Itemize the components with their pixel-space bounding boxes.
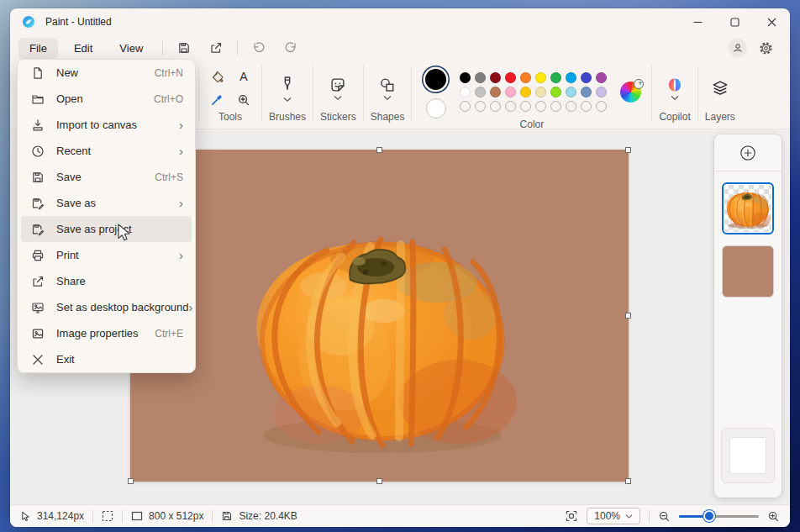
stickers-group: Stickers <box>313 61 363 129</box>
shortcut-label: Ctrl+E <box>155 328 183 340</box>
color-swatch[interactable] <box>535 87 546 97</box>
fill-bucket-tool[interactable] <box>206 66 228 87</box>
color-swatch[interactable] <box>505 72 516 83</box>
color-swatch[interactable] <box>490 72 501 83</box>
minimize-button[interactable] <box>679 8 716 35</box>
menu-edit[interactable]: Edit <box>63 38 103 59</box>
canvas-resize-handle-bottom[interactable] <box>376 478 382 484</box>
shapes-group: Shapes <box>364 61 412 129</box>
color-swatch[interactable] <box>596 87 607 97</box>
zoom-level-value: 100% <box>594 510 620 522</box>
empty-color-slot[interactable] <box>550 101 561 112</box>
magnifier-tool[interactable] <box>233 89 255 111</box>
submenu-arrow-icon: › <box>179 145 183 157</box>
color-swatch[interactable] <box>460 72 471 83</box>
empty-color-slot[interactable] <box>460 101 471 112</box>
status-bar: 314,124px 800 x 512px Size: 20.4KB <box>10 504 790 527</box>
image-properties-icon <box>31 327 45 340</box>
zoom-out-icon[interactable] <box>658 510 671 523</box>
menu-item-share[interactable]: Share <box>21 268 192 294</box>
stickers-button[interactable] <box>329 76 346 100</box>
layer-thumbnail-pumpkin[interactable] <box>722 182 774 234</box>
copilot-button[interactable] <box>666 76 683 100</box>
zoom-slider[interactable] <box>679 510 759 522</box>
menu-item-import-to-canvas[interactable]: Import to canvas › <box>21 112 192 138</box>
empty-color-slot[interactable] <box>475 101 486 112</box>
stickers-label: Stickers <box>320 111 356 125</box>
color-swatch[interactable] <box>460 87 471 97</box>
canvas-resize-handle-bottom-right[interactable] <box>625 478 631 484</box>
empty-color-slot[interactable] <box>581 101 592 112</box>
menu-item-exit[interactable]: Exit <box>21 346 192 372</box>
canvas-size-icon <box>131 510 143 522</box>
edit-colors-wheel-icon[interactable]: + <box>620 82 641 103</box>
color-swatch[interactable] <box>581 87 592 97</box>
zoom-level-dropdown[interactable]: 100% <box>587 508 640 524</box>
menu-item-image-properties[interactable]: Image properties Ctrl+E <box>21 320 192 346</box>
color-swatch[interactable] <box>520 87 531 97</box>
menu-item-save[interactable]: Save Ctrl+S <box>21 164 192 190</box>
menu-item-recent[interactable]: Recent › <box>21 138 192 164</box>
layer-thumbnail-background-color[interactable] <box>722 245 774 298</box>
secondary-color-swatch[interactable] <box>426 98 446 119</box>
zoom-slider-thumb[interactable] <box>703 510 715 522</box>
canvas-resize-handle-top-right[interactable] <box>625 147 631 153</box>
settings-gear-icon[interactable] <box>759 41 773 55</box>
menu-item-save-as-project[interactable]: Save as project <box>21 216 192 242</box>
menu-item-save-as[interactable]: Save as › <box>21 190 192 216</box>
share-icon[interactable] <box>203 38 229 58</box>
title-bar[interactable]: Paint - Untitled <box>10 8 790 35</box>
color-swatch[interactable] <box>535 72 546 83</box>
window-title: Paint - Untitled <box>45 16 112 28</box>
maximize-button[interactable] <box>716 8 753 35</box>
empty-color-slot[interactable] <box>535 101 546 112</box>
add-layer-button[interactable] <box>739 144 757 162</box>
empty-color-slot[interactable] <box>596 101 607 112</box>
eyedropper-tool[interactable] <box>206 89 228 111</box>
color-swatch[interactable] <box>596 72 607 83</box>
copilot-group: Copilot <box>652 61 697 129</box>
color-swatch[interactable] <box>566 87 576 97</box>
shapes-button[interactable] <box>379 76 396 100</box>
menu-file[interactable]: File <box>18 38 58 59</box>
color-swatch[interactable] <box>520 72 531 83</box>
save-as-project-icon <box>31 223 45 236</box>
shortcut-label: Ctrl+S <box>155 171 183 183</box>
canvas-resize-handle-bottom-left[interactable] <box>128 478 134 484</box>
color-swatch[interactable] <box>550 87 561 97</box>
close-button[interactable] <box>753 8 790 35</box>
color-swatch[interactable] <box>505 87 516 97</box>
canvas-resize-handle-top[interactable] <box>376 147 382 153</box>
zoom-in-icon[interactable] <box>767 510 780 523</box>
color-swatch[interactable] <box>581 72 592 83</box>
empty-color-slot[interactable] <box>566 101 576 112</box>
menu-item-new[interactable]: New Ctrl+N <box>21 60 192 86</box>
color-swatch[interactable] <box>475 72 486 83</box>
color-swatch[interactable] <box>550 72 561 83</box>
undo-icon[interactable] <box>246 38 271 58</box>
empty-color-slot[interactable] <box>520 101 531 112</box>
drawing-canvas[interactable] <box>130 150 629 482</box>
save-icon[interactable] <box>171 38 197 58</box>
empty-color-slot[interactable] <box>490 101 501 112</box>
shortcut-label: Ctrl+N <box>155 67 183 79</box>
layers-panel <box>714 134 782 498</box>
text-tool[interactable]: A <box>233 66 255 87</box>
layers-button[interactable] <box>711 79 729 97</box>
brushes-button[interactable] <box>280 75 295 102</box>
primary-color-swatch[interactable] <box>425 69 446 90</box>
color-swatch[interactable] <box>475 87 486 97</box>
redo-icon[interactable] <box>278 38 303 58</box>
color-swatch[interactable] <box>566 72 576 83</box>
menu-item-set-as-desktop-background[interactable]: Set as desktop background › <box>21 294 192 320</box>
chevron-down-icon <box>383 96 392 100</box>
canvas-resize-handle-right[interactable] <box>625 313 631 319</box>
background-layer-card[interactable] <box>721 428 775 483</box>
menu-view[interactable]: View <box>108 38 154 59</box>
menu-item-open[interactable]: Open Ctrl+O <box>21 86 192 112</box>
color-swatch[interactable] <box>490 87 501 97</box>
account-icon[interactable] <box>729 39 747 57</box>
menu-item-print[interactable]: Print › <box>21 242 192 268</box>
empty-color-slot[interactable] <box>505 101 516 112</box>
fit-to-screen-icon[interactable] <box>565 509 578 523</box>
